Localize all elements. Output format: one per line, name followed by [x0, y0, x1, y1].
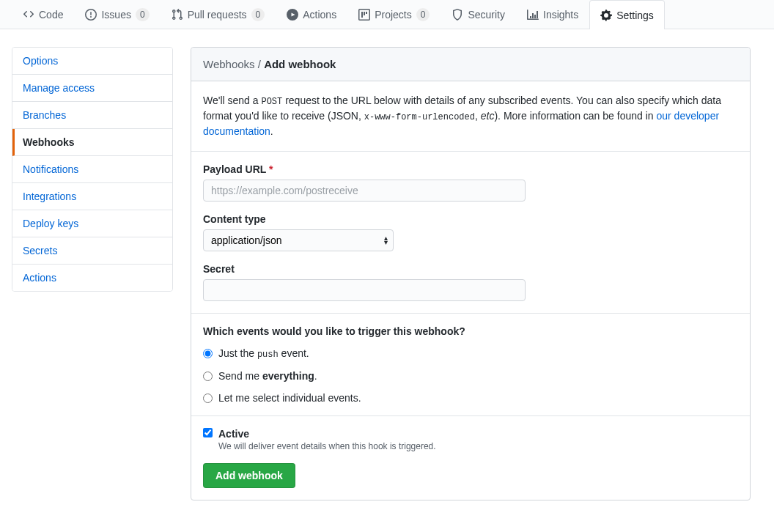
sidebar-item-label: Manage access: [23, 82, 95, 94]
tab-pulls-label: Pull requests: [188, 9, 247, 21]
tab-projects-label: Projects: [375, 9, 412, 21]
event-radio-select[interactable]: [203, 394, 213, 403]
code-icon: [23, 9, 34, 21]
shield-icon: [452, 9, 463, 21]
sidebar-item-deploy-keys[interactable]: Deploy keys: [12, 210, 172, 237]
sidebar-item-manage-access[interactable]: Manage access: [12, 75, 172, 102]
sidebar-item-notifications[interactable]: Notifications: [12, 156, 172, 183]
tab-issues-label: Issues: [101, 9, 130, 21]
tab-issues[interactable]: Issues 0: [74, 0, 160, 29]
events-heading: Which events would you like to trigger t…: [203, 325, 738, 337]
content-type-label: Content type: [203, 213, 738, 225]
tab-settings[interactable]: Settings: [589, 0, 665, 29]
main-content: Webhooks / Add webhook We'll send a POST…: [191, 47, 751, 500]
event-option-select[interactable]: Let me select individual events.: [203, 392, 738, 404]
required-indicator: *: [269, 163, 273, 175]
projects-count: 0: [416, 8, 430, 21]
project-icon: [358, 9, 370, 21]
repo-tabnav: Code Issues 0 Pull requests 0 Actions Pr…: [0, 0, 774, 29]
sidebar-item-label: Webhooks: [23, 136, 75, 148]
play-icon: [287, 9, 298, 21]
sidebar-item-label: Secrets: [23, 245, 57, 256]
sidebar-item-label: Deploy keys: [23, 218, 78, 229]
sidebar-item-options[interactable]: Options: [12, 48, 172, 75]
settings-menu: Options Manage access Branches Webhooks …: [12, 47, 173, 292]
sidebar-item-webhooks: Webhooks: [12, 129, 172, 156]
breadcrumb: Webhooks / Add webhook: [191, 48, 750, 81]
event-option-everything[interactable]: Send me everything.: [203, 370, 738, 382]
event-radio-everything[interactable]: [203, 372, 213, 381]
tab-pulls[interactable]: Pull requests 0: [161, 0, 276, 29]
sidebar-item-secrets[interactable]: Secrets: [12, 237, 172, 265]
sidebar-item-label: Notifications: [23, 163, 78, 175]
sidebar-item-branches[interactable]: Branches: [12, 102, 172, 129]
pulls-count: 0: [251, 8, 265, 21]
tab-security[interactable]: Security: [441, 0, 516, 29]
issues-count: 0: [136, 8, 150, 21]
tab-code-label: Code: [39, 9, 63, 21]
git-pull-request-icon: [172, 9, 183, 21]
tab-code[interactable]: Code: [12, 0, 74, 29]
issue-icon: [85, 9, 97, 21]
active-checkbox[interactable]: [203, 428, 213, 437]
graph-icon: [527, 9, 539, 21]
tab-projects[interactable]: Projects 0: [347, 0, 441, 29]
sidebar-item-label: Integrations: [23, 191, 76, 202]
tab-insights[interactable]: Insights: [516, 0, 589, 29]
payload-url-label: Payload URL *: [203, 163, 738, 175]
sidebar-item-label: Options: [23, 55, 58, 67]
tab-actions[interactable]: Actions: [276, 0, 347, 29]
settings-sidebar: Options Manage access Branches Webhooks …: [12, 47, 173, 500]
intro-text: We'll send a POST request to the URL bel…: [203, 93, 738, 139]
event-option-push[interactable]: Just the push event.: [203, 347, 738, 360]
tab-actions-label: Actions: [303, 9, 336, 21]
tab-settings-label: Settings: [616, 10, 654, 21]
secret-label: Secret: [203, 263, 738, 275]
add-webhook-button[interactable]: Add webhook: [203, 463, 295, 488]
gear-icon: [600, 10, 612, 21]
sidebar-item-label: Branches: [23, 109, 66, 121]
active-label: Active: [218, 428, 436, 440]
tab-insights-label: Insights: [543, 9, 578, 21]
sidebar-item-integrations[interactable]: Integrations: [12, 183, 172, 210]
tab-security-label: Security: [468, 9, 505, 21]
payload-url-input[interactable]: [203, 180, 526, 202]
secret-input[interactable]: [203, 279, 526, 301]
sidebar-item-label: Actions: [23, 272, 56, 284]
breadcrumb-root: Webhooks: [203, 58, 255, 70]
active-note: We will deliver event details when this …: [218, 441, 436, 451]
sidebar-item-actions[interactable]: Actions: [12, 265, 172, 291]
active-checkbox-row[interactable]: Active We will deliver event details whe…: [203, 428, 738, 451]
event-radio-push[interactable]: [203, 349, 213, 358]
content-type-select[interactable]: application/json: [203, 229, 394, 251]
breadcrumb-current: Add webhook: [264, 58, 336, 70]
